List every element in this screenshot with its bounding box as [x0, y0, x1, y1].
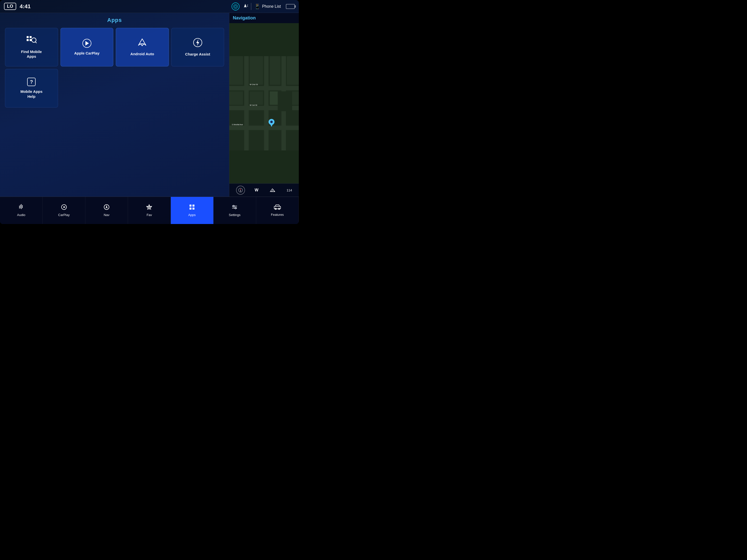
svg-text:W 1st St: W 1st St: [250, 104, 257, 106]
nav-item-audio[interactable]: Audio: [0, 197, 43, 224]
direction-label: W: [255, 188, 258, 192]
fav-icon: [146, 204, 152, 212]
settings-icon: [232, 204, 237, 212]
svg-rect-7: [30, 36, 32, 38]
nav-bottom-bar: W 114: [229, 183, 299, 196]
svg-rect-55: [192, 208, 195, 210]
status-right: 📱 Phone List: [232, 2, 295, 10]
charge-assist-tile[interactable]: Charge Assist: [171, 28, 224, 66]
signal-icon: [242, 3, 248, 9]
svg-text:S Westfall Ave: S Westfall Ave: [232, 124, 243, 126]
main-content: Apps: [0, 13, 299, 196]
charge-assist-label: Charge Assist: [185, 52, 210, 57]
svg-rect-28: [250, 91, 263, 105]
svg-marker-42: [240, 190, 241, 192]
find-mobile-apps-label: Find MobileApps: [21, 49, 42, 59]
carplay-nav-label: CarPlay: [58, 213, 70, 217]
svg-rect-8: [27, 39, 29, 41]
android-auto-tile[interactable]: Android Auto: [116, 28, 169, 66]
svg-rect-24: [250, 56, 263, 85]
svg-rect-52: [189, 205, 191, 207]
find-mobile-apps-tile[interactable]: Find MobileApps: [5, 28, 58, 66]
mobile-apps-help-tile[interactable]: ? Mobile AppsHelp: [5, 69, 58, 108]
svg-point-0: [234, 4, 237, 8]
svg-rect-54: [189, 208, 191, 210]
apple-carplay-icon: [82, 39, 92, 48]
svg-rect-23: [229, 56, 243, 85]
apps-icon: [189, 204, 195, 212]
svg-rect-21: [264, 56, 269, 151]
clock: 4:41: [20, 3, 232, 10]
phone-icon: 📱: [254, 3, 260, 9]
fav-label: Fav: [147, 213, 152, 217]
find-mobile-apps-icon: [26, 35, 36, 46]
mountain-icon: [268, 186, 277, 195]
svg-marker-15: [196, 39, 199, 46]
svg-point-58: [233, 205, 234, 207]
svg-rect-26: [287, 56, 299, 85]
svg-rect-33: [270, 97, 278, 105]
apps-label: Apps: [188, 213, 196, 217]
svg-marker-48: [106, 205, 108, 209]
android-auto-icon: [137, 38, 147, 49]
svg-rect-6: [27, 36, 29, 38]
elevation-label: 114: [287, 188, 292, 192]
features-icon: [274, 204, 281, 211]
nav-label: Nav: [104, 213, 109, 217]
charge-assist-icon: [193, 37, 203, 49]
nav-item-settings[interactable]: Settings: [213, 197, 256, 224]
svg-text:W 2nd St: W 2nd St: [250, 83, 258, 86]
nav-item-carplay[interactable]: CarPlay: [43, 197, 85, 224]
svg-line-11: [35, 42, 36, 43]
carplay-nav-icon: [61, 204, 67, 212]
svg-point-59: [235, 207, 236, 209]
nav-item-fav[interactable]: Fav: [128, 197, 171, 224]
apps-grid-row1: Find MobileApps Apple CarPlay: [5, 28, 224, 66]
svg-marker-43: [270, 189, 275, 192]
apps-grid-row2: ? Mobile AppsHelp: [5, 69, 224, 108]
lo-badge: LO: [4, 3, 16, 10]
apple-carplay-tile[interactable]: Apple CarPlay: [60, 28, 113, 66]
nav-header: Navigation: [229, 13, 299, 23]
page-title: Apps: [5, 17, 224, 23]
svg-rect-32: [278, 91, 292, 111]
battery-icon: [286, 4, 295, 9]
svg-rect-27: [229, 91, 243, 105]
nav-title: Navigation: [233, 16, 295, 21]
svg-rect-20: [244, 56, 249, 151]
svg-marker-12: [138, 39, 146, 46]
compass-button[interactable]: [236, 186, 245, 195]
svg-rect-25: [270, 56, 280, 85]
nav-item-nav[interactable]: Nav: [85, 197, 128, 224]
bottom-nav: Audio CarPlay Nav: [0, 196, 299, 224]
status-divider: [251, 3, 251, 10]
mobile-apps-help-icon: ?: [27, 78, 35, 86]
svg-line-4: [247, 5, 248, 5]
nav-icon: [104, 204, 109, 212]
mobile-apps-help-label: Mobile AppsHelp: [20, 89, 43, 99]
apple-carplay-label: Apple CarPlay: [74, 51, 100, 56]
svg-marker-46: [63, 206, 66, 208]
map-area[interactable]: W 2nd St W 1st St S Westfall Ave: [229, 23, 299, 183]
apps-panel: Apps: [0, 13, 229, 196]
audio-label: Audio: [17, 213, 25, 217]
android-auto-label: Android Auto: [130, 52, 154, 56]
nav-item-features[interactable]: Features: [256, 197, 299, 224]
svg-point-1: [235, 5, 236, 7]
phone-list-button[interactable]: 📱 Phone List: [254, 3, 281, 9]
main-screen: LO 4:41 📱 Phone List: [0, 0, 299, 224]
settings-label: Settings: [229, 213, 240, 217]
nav-panel: Navigation: [229, 13, 299, 196]
features-label: Features: [271, 213, 284, 216]
svg-marker-41: [240, 188, 241, 190]
audio-icon: [18, 204, 24, 212]
status-bar: LO 4:41 📱 Phone List: [0, 0, 299, 13]
svg-rect-53: [192, 205, 195, 207]
phone-list-label: Phone List: [262, 4, 281, 9]
svg-point-36: [270, 121, 273, 123]
alexa-icon[interactable]: [232, 2, 239, 10]
nav-item-apps[interactable]: Apps: [171, 197, 213, 224]
